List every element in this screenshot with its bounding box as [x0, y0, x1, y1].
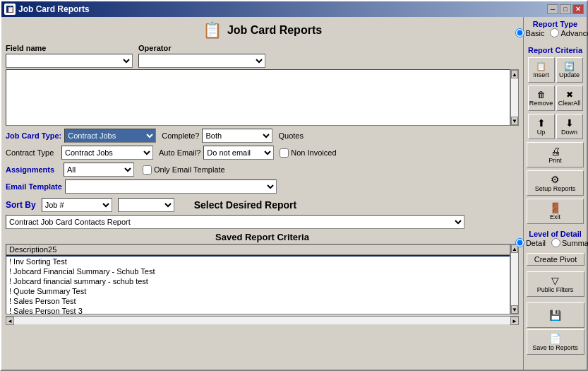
up-button[interactable]: ⬆ Up	[528, 114, 555, 139]
only-email-template-checkbox[interactable]	[143, 165, 152, 175]
quotes-label: Quotes	[278, 131, 303, 140]
advanced-label: Advanced	[560, 29, 588, 37]
basic-radio-item[interactable]: Basic	[515, 28, 545, 37]
sort-secondary-select[interactable]	[118, 198, 174, 212]
list-item[interactable]: ! Inv Sorting Test	[6, 257, 510, 266]
setup-reports-button[interactable]: ⚙ Setup Reports	[527, 170, 584, 196]
operator-select[interactable]	[138, 54, 265, 68]
print-icon: 🖨	[551, 146, 560, 157]
list-item[interactable]: ! Jobcard Financial Summary - Schub Test	[6, 266, 510, 276]
report-select[interactable]: Contract Job Card Contacts ReportContrac…	[6, 215, 464, 229]
print-button[interactable]: 🖨 Print	[527, 142, 584, 167]
save-to-reports-button[interactable]: 📄 Save to Reports	[527, 329, 584, 355]
non-invoiced-label: Non Invoiced	[291, 148, 336, 157]
basic-label: Basic	[526, 29, 545, 37]
basic-radio[interactable]	[515, 28, 524, 37]
clear-all-button[interactable]: ✖ ClearAll	[556, 86, 583, 111]
scroll-up-button[interactable]: ▲	[511, 70, 518, 78]
auto-email-label: Auto Email?	[159, 148, 200, 157]
toolbar-row-6: 🚪 Exit	[527, 199, 584, 224]
summary-label: Summary	[562, 239, 588, 247]
field-name-label: Field name	[6, 44, 133, 52]
summary-radio-item[interactable]: Summary	[551, 238, 588, 247]
report-type-section: Report Type Basic Advanced	[527, 20, 584, 37]
level-of-detail-section: Level of Detail Detail Summary	[527, 230, 584, 247]
insert-label: Insert	[533, 71, 549, 78]
scroll-down-button[interactable]: ▼	[511, 117, 518, 125]
scroll-right-button[interactable]: ►	[510, 317, 519, 325]
assignments-select[interactable]: AllAssignedUnassigned	[64, 163, 134, 177]
remove-button[interactable]: 🗑 Remove	[528, 86, 555, 111]
email-template-select[interactable]	[65, 179, 277, 194]
list-item[interactable]: ! Quote Summary Test	[6, 286, 510, 296]
operator-label: Operator	[138, 44, 265, 52]
exit-label: Exit	[550, 213, 560, 220]
detail-radio[interactable]	[515, 238, 524, 247]
complete-select[interactable]: BothYesNo	[202, 129, 272, 143]
advanced-radio-item[interactable]: Advanced	[550, 28, 588, 37]
assignments-label: Assignments	[6, 165, 61, 174]
non-invoiced-checkbox[interactable]	[280, 148, 289, 158]
document-icon: 📋	[203, 21, 222, 40]
horizontal-scrollbar[interactable]: ◄ ►	[6, 316, 519, 324]
sort-select[interactable]: Job #Client NameDateAssigned To	[42, 198, 112, 212]
window-title: Job Card Reports	[18, 4, 90, 14]
list-item[interactable]: ! Jobcard financial summary - schub test	[6, 276, 510, 286]
contract-type-label: Contract Type	[6, 148, 59, 157]
advanced-radio[interactable]	[550, 28, 559, 37]
insert-button[interactable]: 📋 Insert	[528, 57, 555, 83]
clear-all-label: ClearAll	[558, 100, 581, 107]
update-button[interactable]: 🔄 Update	[556, 57, 583, 83]
scroll-left-button[interactable]: ◄	[6, 317, 14, 325]
down-button[interactable]: ⬇ Down	[556, 114, 583, 139]
titlebar: 📋 Job Card Reports ─ □ ✕	[1, 1, 587, 17]
level-detail-label: Level of Detail	[527, 230, 584, 238]
insert-icon: 📋	[536, 61, 546, 71]
exit-button[interactable]: 🚪 Exit	[527, 199, 584, 224]
print-label: Print	[548, 157, 562, 164]
remove-icon: 🗑	[537, 90, 546, 100]
page-title: Job Card Reports	[227, 24, 322, 37]
contract-type-select[interactable]: Contract JobsPermanent Jobs	[61, 146, 153, 160]
maximize-button[interactable]: □	[560, 4, 571, 14]
right-panel: Report Type Basic Advanced Report Criter…	[523, 17, 587, 370]
field-name-section: Field name	[6, 44, 133, 68]
email-template-label: Email Template	[6, 182, 62, 191]
save-to-reports-label: Save to Reports	[532, 344, 578, 351]
detail-radio-item[interactable]: Detail	[515, 238, 546, 247]
setup-reports-label: Setup Reports	[535, 185, 576, 192]
job-card-type-select[interactable]: Contract JobsPermanent JobsAll Jobs	[64, 129, 156, 143]
report-type-radio-group: Basic Advanced	[527, 28, 584, 37]
toolbar-row-1: 📋 Insert 🔄 Update	[527, 57, 584, 83]
update-label: Update	[559, 71, 580, 78]
create-pivot-button[interactable]: Create Pivot	[527, 253, 584, 266]
close-button[interactable]: ✕	[572, 4, 584, 14]
left-panel: 📋 Job Card Reports Field name Operator	[1, 17, 523, 370]
exit-icon: 🚪	[549, 202, 561, 213]
toolbar-row-5: ⚙ Setup Reports	[527, 170, 584, 196]
auto-email-select[interactable]: Do not emailEmail AllEmail Selected	[203, 146, 274, 160]
filter-icon: ▽	[551, 275, 559, 286]
toolbar-row-3: ⬆ Up ⬇ Down	[527, 114, 584, 139]
up-label: Up	[537, 129, 546, 136]
toolbar-row-2: 🗑 Remove ✖ ClearAll	[527, 86, 584, 111]
sort-by-label: Sort By	[6, 200, 36, 210]
criteria-area	[6, 69, 510, 126]
scroll-track-h	[14, 317, 510, 324]
job-card-type-label: Job Card Type:	[6, 131, 61, 140]
field-name-select[interactable]	[6, 54, 133, 68]
operator-section: Operator	[138, 44, 265, 68]
down-label: Down	[561, 129, 577, 136]
level-radio-group: Detail Summary	[527, 238, 584, 247]
report-type-label: Report Type	[527, 20, 584, 28]
minimize-button[interactable]: ─	[547, 4, 558, 14]
public-filters-button[interactable]: ▽ Public Filters	[527, 271, 584, 297]
report-criteria-label: Report Criteria	[527, 46, 584, 54]
clear-all-icon: ✖	[566, 90, 573, 100]
only-email-template-label: Only Email Template	[154, 165, 225, 174]
saved-scroll-down-button[interactable]: ▼	[511, 305, 518, 314]
list-item[interactable]: ! Sales Person Test	[6, 296, 510, 306]
list-item[interactable]: ! Sales Person Test 3	[6, 306, 510, 314]
save-button[interactable]: 💾	[527, 302, 584, 328]
summary-radio[interactable]	[551, 238, 560, 247]
